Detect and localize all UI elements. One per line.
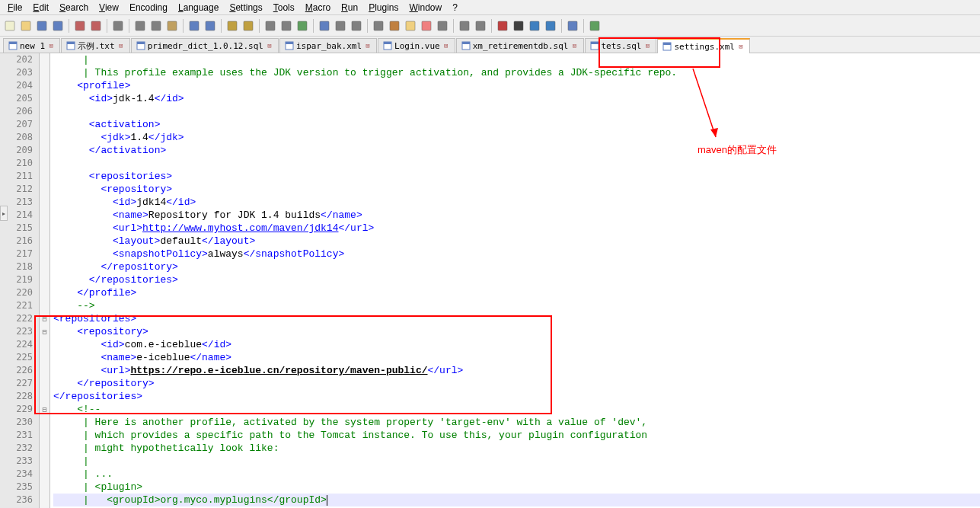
record-button[interactable] (496, 19, 509, 33)
tab-0[interactable]: new 1⊠ (3, 38, 60, 53)
fold-toggle[interactable]: ⊟ (40, 325, 49, 338)
print-button[interactable] (111, 19, 125, 33)
close-icon[interactable]: ⊠ (117, 42, 125, 50)
code-line[interactable]: </repositories> (53, 390, 980, 403)
tab-3[interactable]: ispar_bak.xml⊠ (279, 38, 377, 53)
new-file-button[interactable] (3, 19, 17, 33)
close-icon[interactable]: ⊠ (364, 42, 372, 50)
tab-4[interactable]: Login.vue⊠ (378, 38, 455, 53)
save-macro-button[interactable] (566, 19, 579, 33)
code-line[interactable]: | <groupId>org.myco.myplugins</groupId> (53, 494, 980, 506)
code-line[interactable]: | (53, 455, 980, 468)
code-line[interactable]: </profile> (53, 286, 980, 299)
code-line[interactable]: | Here is another profile, activated by … (53, 416, 980, 429)
play-multi-button[interactable] (544, 19, 557, 33)
side-panel-toggle[interactable]: ▸ (0, 206, 8, 221)
open-file-button[interactable] (19, 19, 33, 33)
tab-5[interactable]: xm_retirementdb.sql⊠ (456, 38, 584, 53)
code-line[interactable]: <snapshotPolicy>always</snapshotPolicy> (53, 248, 980, 260)
code-line[interactable]: --> (53, 299, 980, 312)
close-all-button[interactable] (89, 19, 103, 33)
code-line[interactable]: <repository> (53, 325, 980, 338)
close-icon[interactable]: ⊠ (442, 42, 450, 50)
menu-encoding[interactable]: Encoding (125, 1, 172, 14)
close-icon[interactable]: ⊠ (266, 42, 273, 50)
eye-button[interactable] (474, 19, 487, 33)
menu-settings[interactable]: Settings (225, 1, 267, 14)
menu-file[interactable]: File (3, 1, 27, 14)
menu-window[interactable]: Window (405, 1, 447, 14)
code-line[interactable]: </repository> (53, 377, 980, 390)
zoom-out-button[interactable] (279, 19, 293, 33)
save-all-button[interactable] (51, 19, 65, 33)
menu-plugins[interactable]: Plugins (364, 1, 403, 14)
code-line[interactable]: <jdk>1.4</jdk> (53, 131, 980, 144)
show-all-button[interactable] (334, 19, 347, 33)
code-line[interactable]: <repositories> (53, 170, 980, 183)
redo-button[interactable] (203, 19, 217, 33)
fold-toggle[interactable]: ⊟ (40, 312, 49, 325)
code-line[interactable] (53, 105, 980, 118)
code-line[interactable]: <id>jdk14</id> (53, 196, 980, 209)
close-icon[interactable]: ⊠ (571, 42, 579, 50)
save-button[interactable] (35, 19, 49, 33)
code-line[interactable]: <id>com.e-iceblue</id> (53, 338, 980, 351)
ud-lang-button[interactable] (388, 19, 401, 33)
cut-button[interactable] (133, 19, 147, 33)
zoom-in-button[interactable] (263, 19, 277, 33)
folder-button[interactable] (404, 19, 417, 33)
code-line[interactable]: <id>jdk-1.4</id> (53, 92, 980, 105)
code-line[interactable]: </activation> (53, 144, 980, 157)
code-line[interactable]: | ... (53, 468, 980, 481)
paste-button[interactable] (165, 19, 179, 33)
stop-button[interactable] (512, 19, 525, 33)
menu-tools[interactable]: Tools (269, 1, 299, 14)
lang-button[interactable] (372, 19, 385, 33)
monitor-button[interactable] (588, 19, 602, 33)
code-line[interactable]: | which provides a specific path to the … (53, 429, 980, 442)
code-line[interactable] (53, 157, 980, 170)
play-button[interactable] (528, 19, 541, 33)
code-line[interactable]: <url>https://repo.e-iceblue.cn/repositor… (53, 364, 980, 377)
code-line[interactable]: <name>e-iceblue</name> (53, 351, 980, 364)
undo-button[interactable] (187, 19, 201, 33)
show-ws-button[interactable] (458, 19, 471, 33)
code-line[interactable]: | <plugin> (53, 481, 980, 494)
menu-edit[interactable]: Edit (28, 1, 53, 14)
menu-language[interactable]: Language (174, 1, 223, 14)
tab-1[interactable]: 示例.txt⊠ (61, 38, 130, 53)
sync-button[interactable] (295, 19, 309, 33)
code-line[interactable]: <name>Repository for JDK 1.4 builds</nam… (53, 209, 980, 222)
tab-2[interactable]: primedr_dict_1.0.12.sql⊠ (131, 38, 279, 53)
close-icon[interactable]: ⊠ (643, 42, 651, 50)
code-line[interactable]: <repositories> (53, 312, 980, 325)
code-line[interactable]: <!-- (53, 403, 980, 416)
fold-toggle[interactable]: ⊟ (40, 403, 49, 416)
func-list-button[interactable] (436, 19, 449, 33)
code-line[interactable]: <url>http://www.myhost.com/maven/jdk14</… (53, 222, 980, 235)
code-line[interactable]: </repositories> (53, 273, 980, 286)
menu-help[interactable]: ? (448, 1, 462, 14)
code-line[interactable]: | (53, 53, 980, 66)
tab-7[interactable]: settings.xml⊠ (657, 38, 749, 53)
menu-run[interactable]: Run (337, 1, 362, 14)
find-button[interactable] (225, 19, 239, 33)
indent-guide-button[interactable] (350, 19, 363, 33)
doc-map-button[interactable] (420, 19, 433, 33)
copy-button[interactable] (149, 19, 163, 33)
code-line[interactable]: | This profile example uses the JDK vers… (53, 66, 980, 79)
replace-button[interactable] (241, 19, 255, 33)
code-line[interactable]: | might hypothetically look like: (53, 442, 980, 455)
menu-view[interactable]: View (94, 1, 123, 14)
code-line[interactable]: <repository> (53, 183, 980, 196)
tab-6[interactable]: tets.sql⊠ (585, 38, 657, 53)
code-line[interactable]: <layout>default</layout> (53, 235, 980, 248)
code-line[interactable]: </repository> (53, 260, 980, 273)
menu-search[interactable]: Search (55, 1, 93, 14)
code-line[interactable]: <profile> (53, 79, 980, 92)
code-line[interactable]: <activation> (53, 118, 980, 131)
code-area[interactable]: | | This profile example uses the JDK ve… (50, 53, 980, 508)
word-wrap-button[interactable] (318, 19, 331, 33)
menu-macro[interactable]: Macro (301, 1, 335, 14)
close-icon[interactable]: ⊠ (737, 43, 745, 50)
